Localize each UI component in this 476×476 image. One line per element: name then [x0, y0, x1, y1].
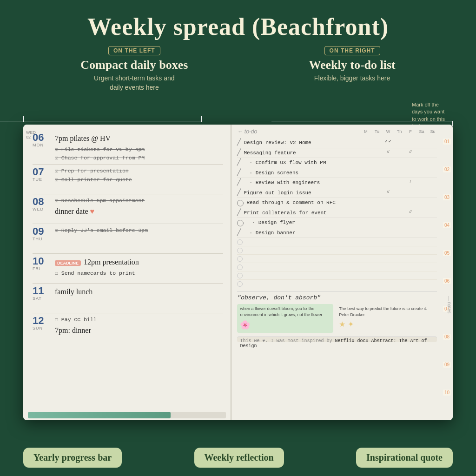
todo-text-8: Print collaterals for event	[244, 209, 362, 217]
todo-text-7: Read through & comment on RFC	[246, 199, 362, 207]
day-07-task-2: ☑ Call printer for quote	[55, 176, 223, 184]
notes-label: — notes	[447, 296, 452, 313]
day-08-number: 08	[33, 197, 55, 207]
day-06-event: 7pm pilates @ HV	[55, 132, 223, 145]
yearly-progress-label: Yearly progress bar	[23, 448, 122, 468]
bottom-labels: Yearly progress bar Weekly reflection In…	[23, 448, 453, 468]
todo-marks-6: //	[362, 189, 437, 194]
slash-icon-6: ╱	[237, 189, 241, 196]
day-10-tasks: DEADLINE12pm presentation ☐ Send namecar…	[55, 256, 223, 281]
day-07-num-col: 07 TUE	[33, 167, 55, 192]
right-column-label: ON THE RIGHT Weekly to-do list Flexible,…	[309, 46, 395, 92]
col-su: Su	[429, 129, 437, 134]
page-title: Weekly spread (Beachfront)	[9, 13, 467, 40]
day-09-num-col: 09 THU	[33, 226, 55, 251]
day-07-name: TUE	[33, 177, 55, 182]
empty-row-1	[237, 238, 437, 246]
progress-bar-fill	[28, 412, 171, 418]
todo-checkbox-9	[237, 220, 244, 226]
reflection-label: This we ♥. I was most inspired by	[240, 338, 335, 344]
connector-vert-mid	[201, 116, 202, 122]
heart-icon: ♥	[90, 207, 95, 215]
slash-icon-4: ╱	[237, 169, 241, 176]
quote-text: "observe, don't absorb"	[237, 294, 437, 301]
day-11-number: 11	[33, 286, 55, 296]
slash-icon-2: ╱	[237, 149, 241, 156]
day-08-task-1: ☑ Reschedule 5pm appointment	[55, 197, 223, 205]
left-column-label: ON THE LEFT Compact daily boxes Urgent s…	[80, 46, 188, 92]
page-num-02: 02	[443, 166, 451, 172]
todo-marks-5: /	[362, 179, 437, 184]
day-11-num-col: 11 SAT	[33, 286, 55, 311]
page-num-01: 01	[443, 139, 451, 145]
page-num-03: 03	[443, 194, 451, 200]
todo-marks-1: ✓✓	[362, 139, 437, 144]
page-num-09: 09	[443, 362, 451, 368]
todo-label: ← to-do	[237, 128, 362, 135]
day-12: 12 SUN ☐ Pay CC bill 7pm: dinner	[33, 313, 223, 343]
day-12-number: 12	[33, 316, 55, 326]
day-11-event: family lunch	[55, 286, 223, 298]
day-09-name: THU	[33, 237, 55, 241]
day-09-tasks: ☑ Reply JJ's email before 3pm	[55, 226, 223, 251]
right-heading: Weekly to-do list	[309, 58, 395, 72]
todo-item-1: ╱ Design review: V2 Home ✓✓	[237, 138, 437, 148]
todo-text-3: · Confirm UX flow with PM	[244, 159, 362, 167]
empty-circle-3	[237, 256, 243, 262]
col-f: F	[406, 129, 415, 134]
todo-text-10: · Design banner	[244, 229, 362, 237]
slash-icon-8: ╱	[237, 209, 241, 216]
empty-row-2	[237, 246, 437, 255]
page-num-08: 08	[443, 334, 451, 340]
note-card-right-text: The best way to predict the future is to…	[339, 306, 435, 317]
todo-item-4: ╱ · Design screens	[237, 168, 437, 178]
day-06-num-col: 06 MON	[33, 132, 55, 162]
page-header: Weekly spread (Beachfront) ON THE LEFT C…	[0, 0, 476, 97]
todo-checkbox-7	[237, 200, 244, 206]
yearly-progress-bar	[28, 412, 226, 418]
mark-f-2: //	[406, 149, 415, 154]
notes-section: "observe, don't absorb" when a flower do…	[237, 291, 437, 342]
empty-row-5	[237, 271, 437, 280]
day-11: 11 SAT family lunch	[33, 284, 223, 313]
todo-text-5: · Review with engineers	[244, 179, 362, 187]
todo-item-7: Read through & comment on RFC	[237, 198, 437, 208]
flower-deco: 🌸	[240, 319, 331, 331]
left-page: WED02 06 MON 7pm pilates @ HV ☑ File tic…	[23, 125, 231, 420]
day-06-task-2: ☑ Chase for approval from PM	[55, 154, 223, 162]
day-06-task-1: ☑ File tickets for V1 by 4pm	[55, 145, 223, 154]
left-tag: ON THE LEFT	[108, 46, 160, 55]
page-num-06: 06	[443, 278, 451, 284]
day-12-num-col: 12 SUN	[33, 316, 55, 341]
right-sub: Flexible, bigger tasks here	[309, 74, 395, 83]
day-08: 08 WED ☑ Reschedule 5pm appointment dinn…	[33, 194, 223, 224]
empty-circle-1	[237, 239, 243, 245]
todo-item-9: · Design flyer	[237, 218, 437, 228]
connector-line-right2	[271, 121, 453, 121]
day-10-num-col: 10 FRI	[33, 256, 55, 281]
todo-item-6: ╱ Figure out login issue //	[237, 188, 437, 198]
day-06-name: MON	[33, 143, 55, 147]
reflection-input[interactable]: This we ♥. I was most inspired by Netfli…	[237, 337, 437, 342]
empty-circle-2	[237, 248, 243, 253]
day-08-event: dinner date ♥	[55, 205, 223, 218]
right-tag: ON THE RIGHT	[324, 46, 380, 55]
col-m: M	[362, 129, 370, 134]
inspirational-quote-label: Inspirational quote	[356, 448, 453, 468]
day-10: 10 FRI DEADLINE12pm presentation ☐ Send …	[33, 254, 223, 284]
note-card-right: The best way to predict the future is to…	[337, 304, 437, 333]
col-tu: Tu	[373, 129, 381, 134]
day-08-tasks: ☑ Reschedule 5pm appointment dinner date…	[55, 197, 223, 222]
column-labels: ON THE LEFT Compact daily boxes Urgent s…	[9, 46, 467, 92]
page-num-04: 04	[443, 222, 451, 228]
mark-w-1: ✓✓	[384, 139, 392, 144]
todo-item-5: ╱ · Review with engineers /	[237, 178, 437, 188]
todo-text-9: · Design flyer	[246, 219, 362, 227]
day-10-task-1: ☐ Send namecards to print	[55, 269, 223, 278]
day-10-number: 10	[33, 256, 55, 266]
empty-row-6	[237, 280, 437, 288]
deadline-badge: DEADLINE	[55, 260, 81, 266]
day-07-task-1: ☑ Prep for presentation	[55, 167, 223, 175]
todo-item-2: ╱ Messaging feature // //	[237, 148, 437, 159]
empty-circle-6	[237, 281, 243, 287]
